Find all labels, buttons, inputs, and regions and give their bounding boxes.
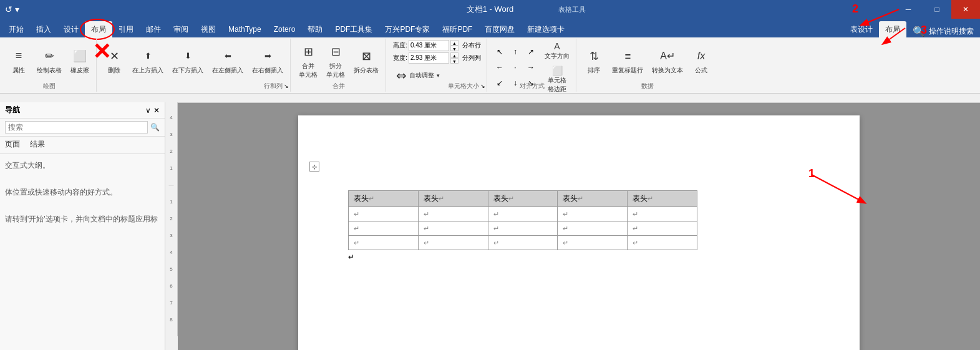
rowcol-expand[interactable]: 行和列 ↘ xyxy=(264,82,289,90)
align-middleleft[interactable]: ← xyxy=(492,60,507,75)
annotation-3: 3 xyxy=(921,24,927,37)
tab-pdf-tools[interactable]: PDF工具集 xyxy=(329,21,379,37)
btn-insert-above-label: 在上方插入 xyxy=(132,66,163,75)
repeat-header-icon: ≣ xyxy=(619,47,636,65)
btn-formula[interactable]: fx 公式 xyxy=(689,46,714,77)
height-down[interactable]: ▼ xyxy=(450,46,458,51)
text-direction-icon: A xyxy=(554,41,560,51)
tab-foxit[interactable]: 福昕PDF xyxy=(436,21,478,37)
tab-review[interactable]: 审阅 xyxy=(167,21,195,37)
group-cellsize: 高度: ▲ ▼ 分布行 宽度: ▲ ▼ 分列列 ⇔ 自动调整 xyxy=(387,39,487,92)
tab-insert[interactable]: 插入 xyxy=(30,21,57,37)
draw-table-icon: ✏ xyxy=(41,47,58,65)
height-input[interactable] xyxy=(409,40,449,51)
height-label: 高度: xyxy=(393,41,407,50)
width-spinner[interactable]: ▲ ▼ xyxy=(450,52,458,64)
btn-convert-text[interactable]: A↵ 转换为文本 xyxy=(649,46,686,77)
btn-cell-margin[interactable]: ⬜ 单元格格边距 xyxy=(542,64,572,94)
window-controls[interactable]: ─ □ ✕ xyxy=(894,0,980,19)
tab-design[interactable]: 设计 xyxy=(57,21,85,37)
group-data-label: 数据 xyxy=(641,82,654,90)
autofit-icon: ⇔ xyxy=(396,68,407,83)
btn-formula-label: 公式 xyxy=(695,66,707,75)
convert-text-icon: A↵ xyxy=(659,47,676,65)
btn-sort-label: 排序 xyxy=(588,66,600,75)
tab-start[interactable]: 开始 xyxy=(2,21,30,37)
align-bottomleft[interactable]: ↙ xyxy=(492,75,507,90)
btn-properties-label: 属性 xyxy=(12,66,25,75)
width-up[interactable]: ▲ xyxy=(450,52,458,58)
align-extra: A 文字方向 ⬜ 单元格格边距 xyxy=(542,40,572,94)
btn-eraser-label: 橡皮擦 xyxy=(70,66,89,75)
height-up[interactable]: ▲ xyxy=(450,40,458,46)
tab-baidu[interactable]: 百度网盘 xyxy=(478,21,521,37)
btn-split-cell-label: 拆分单元格 xyxy=(326,62,345,79)
btn-properties[interactable]: ≡ 属性 xyxy=(6,46,31,77)
tab-wanxing[interactable]: 万兴PDF专家 xyxy=(379,21,436,37)
expand-icon: ↘ xyxy=(284,83,289,89)
group-align: ↖ ↑ ↗ ← · → ↙ ↓ ↘ A 文字方向 ⬜ 单元格格边距 xyxy=(488,39,576,92)
group-data: ⇅ 排序 ≣ 重复标题行 A↵ 转换为文本 fx 公式 数据 xyxy=(578,39,717,92)
cellsize-expand[interactable]: 单元格大小 ↘ xyxy=(448,82,485,90)
distribute-col[interactable]: 分列列 xyxy=(462,54,481,62)
search-label[interactable]: 操作说明搜索 xyxy=(929,26,974,37)
btn-split-table-label: 拆分表格 xyxy=(354,66,379,75)
btn-insert-left[interactable]: ⬅ 在左侧插入 xyxy=(209,46,246,77)
tab-layout[interactable]: 布局 xyxy=(85,21,112,37)
btn-split-table[interactable]: ⊠ 拆分表格 xyxy=(351,46,382,77)
tab-mailings[interactable]: 邮件 xyxy=(140,21,167,37)
btn-text-direction[interactable]: A 文字方向 xyxy=(542,40,572,62)
btn-insert-left-label: 在左侧插入 xyxy=(212,66,243,75)
tab-view[interactable]: 视图 xyxy=(195,21,222,37)
height-row: 高度: ▲ ▼ 分布行 xyxy=(393,40,481,51)
align-topright[interactable]: ↗ xyxy=(523,44,538,59)
eraser-icon: ⬜ xyxy=(71,47,89,65)
btn-insert-above[interactable]: ⬆ 在上方插入 xyxy=(129,46,167,77)
height-spinner[interactable]: ▲ ▼ xyxy=(450,40,458,51)
autofit-dropdown[interactable]: ▾ xyxy=(437,72,440,79)
btn-draw-table[interactable]: ✏ 绘制表格 xyxy=(34,46,65,77)
ribbon-toolbar: ≡ 属性 ✏ 绘制表格 ⬜ 橡皮擦 绘图 ✕ 删除 ⬆ 在上方插入 xyxy=(0,37,980,94)
split-table-icon: ⊠ xyxy=(357,47,375,65)
insert-right-icon: ➡ xyxy=(259,47,276,65)
btn-cell-margin-label: 单元格格边距 xyxy=(548,76,566,94)
properties-icon: ≡ xyxy=(10,47,27,65)
cell-margin-icon: ⬜ xyxy=(552,66,563,75)
maximize-button[interactable]: □ xyxy=(923,0,951,19)
width-label: 宽度: xyxy=(393,54,407,62)
group-rowcol-content: ✕ 删除 ⬆ 在上方插入 ⬇ 在下方插入 ⬅ 在左侧插入 ➡ 在右侧插入 xyxy=(102,40,286,90)
tab-mathtype[interactable]: MathType xyxy=(222,21,268,37)
btn-draw-table-label: 绘制表格 xyxy=(37,66,62,75)
merge-icon: ⊞ xyxy=(299,43,317,61)
btn-insert-right[interactable]: ➡ 在右侧插入 xyxy=(249,46,286,77)
table-tools-label: 表格工具 xyxy=(558,5,586,14)
distribute-row[interactable]: 分布行 xyxy=(462,41,481,50)
close-button[interactable]: ✕ xyxy=(951,0,980,19)
group-cellsize-label: 单元格大小 xyxy=(448,82,479,90)
width-row: 宽度: ▲ ▼ 分列列 xyxy=(393,52,481,64)
btn-sort[interactable]: ⇅ 排序 xyxy=(581,46,606,77)
btn-autofit[interactable]: ⇔ 自动调整 ▾ xyxy=(393,66,443,85)
align-topcenter[interactable]: ↑ xyxy=(508,44,523,59)
btn-repeat-header[interactable]: ≣ 重复标题行 xyxy=(609,46,646,77)
tab-references[interactable]: 引用 xyxy=(112,21,140,37)
width-down[interactable]: ▼ xyxy=(450,58,458,64)
tab-zotero[interactable]: Zotero xyxy=(268,21,302,37)
group-rowcol-label: 行和列 xyxy=(264,82,283,90)
align-center[interactable]: · xyxy=(508,60,523,75)
btn-eraser[interactable]: ⬜ 橡皮擦 xyxy=(67,46,92,77)
align-topleft[interactable]: ↖ xyxy=(492,44,507,59)
delete-icon: ✕ xyxy=(105,47,123,65)
window-title: 文档1 - Word xyxy=(467,4,514,15)
tab-help[interactable]: 帮助 xyxy=(301,21,329,37)
group-merge: ⊞ 合并单元格 ⊟ 拆分单元格 ⊠ 拆分表格 合并 xyxy=(292,39,386,92)
group-rowcol: ✕ 删除 ⬆ 在上方插入 ⬇ 在下方插入 ⬅ 在左侧插入 ➡ 在右侧插入 行和列… xyxy=(98,39,291,92)
tab-new[interactable]: 新建选项卡 xyxy=(521,21,571,37)
group-align-label: 对齐方式 xyxy=(520,82,545,90)
align-middleright[interactable]: → xyxy=(523,60,538,75)
btn-delete[interactable]: ✕ 删除 xyxy=(102,46,127,77)
width-input[interactable] xyxy=(409,52,449,64)
btn-insert-below[interactable]: ⬇ 在下方插入 xyxy=(169,46,206,77)
btn-split-cell[interactable]: ⊟ 拆分单元格 xyxy=(323,41,348,81)
btn-merge[interactable]: ⊞ 合并单元格 xyxy=(296,41,321,81)
